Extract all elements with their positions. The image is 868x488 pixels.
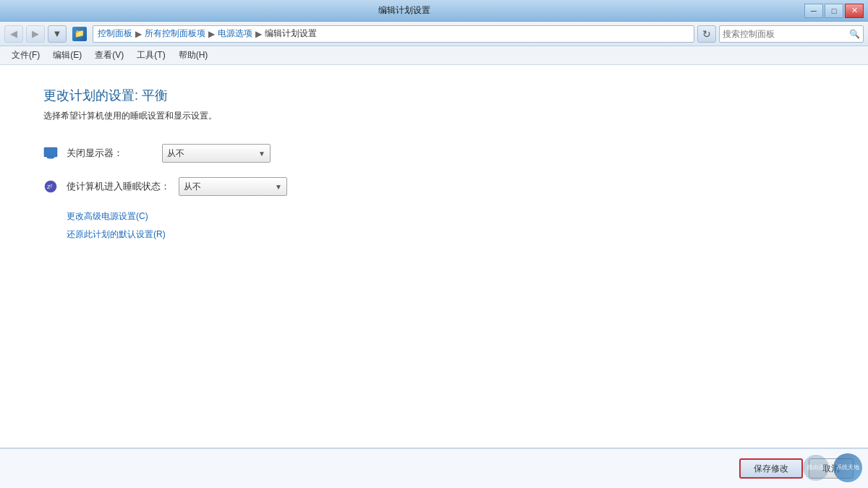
sleep-label: 使计算机进入睡眠状态：: [67, 180, 170, 193]
links-section: 更改高级电源设置(C) 还原此计划的默认设置(R): [43, 210, 825, 241]
page-subtitle: 选择希望计算机使用的睡眠设置和显示设置。: [43, 110, 825, 122]
minimize-button[interactable]: ─: [804, 4, 823, 18]
breadcrumb-all-items[interactable]: 所有控制面板项: [145, 27, 205, 40]
watermark-circle-text: 路由器: [807, 465, 825, 471]
breadcrumb-sep-3: ▶: [255, 29, 262, 39]
restore-defaults-link[interactable]: 还原此计划的默认设置(R): [67, 228, 825, 241]
display-dropdown[interactable]: 从不 ▼: [162, 144, 271, 163]
breadcrumb-bar: 控制面板 ▶ 所有控制面板项 ▶ 电源选项 ▶ 编辑计划设置: [93, 25, 694, 43]
main-content: 更改计划的设置: 平衡 选择希望计算机使用的睡眠设置和显示设置。 关闭显示器： …: [0, 65, 868, 488]
title-bar: 编辑计划设置 ─ □ ✕: [0, 0, 868, 22]
watermark-globe: 系统天地: [833, 453, 862, 482]
menu-bar: 文件(F) 编辑(E) 查看(V) 工具(T) 帮助(H): [0, 46, 868, 65]
close-button[interactable]: ✕: [845, 4, 864, 18]
menu-file[interactable]: 文件(F): [6, 48, 46, 63]
breadcrumb-current: 编辑计划设置: [265, 27, 317, 40]
monitor-icon: [43, 146, 58, 160]
breadcrumb-sep-1: ▶: [135, 29, 142, 39]
save-button[interactable]: 保存修改: [739, 458, 803, 479]
display-dropdown-arrow: ▼: [258, 150, 265, 158]
sleep-setting-row: z z 使计算机进入睡眠状态： 从不 ▼: [43, 177, 825, 196]
sleep-dropdown[interactable]: 从不 ▼: [179, 177, 287, 196]
watermark-globe-text: 系统天地: [836, 465, 859, 471]
display-label: 关闭显示器：: [67, 147, 153, 160]
menu-view[interactable]: 查看(V): [89, 48, 129, 63]
breadcrumb-power[interactable]: 电源选项: [218, 27, 252, 40]
menu-edit[interactable]: 编辑(E): [47, 48, 88, 63]
forward-button[interactable]: ▶: [26, 25, 45, 43]
breadcrumb-sep-2: ▶: [208, 29, 215, 39]
watermark: 路由器 系统天地: [803, 453, 862, 482]
svg-text:z: z: [50, 183, 53, 188]
search-bar: 🔍: [719, 25, 864, 43]
display-setting-row: 关闭显示器： 从不 ▼: [43, 144, 825, 163]
content-panel: 更改计划的设置: 平衡 选择希望计算机使用的睡眠设置和显示设置。 关闭显示器： …: [0, 65, 868, 448]
menu-help[interactable]: 帮助(H): [173, 48, 214, 63]
address-bar: ◀ ▶ ▼ 📁 控制面板 ▶ 所有控制面板项 ▶ 电源选项 ▶ 编辑计划设置 ↻…: [0, 22, 868, 46]
svg-rect-0: [44, 147, 57, 157]
maximize-button[interactable]: □: [825, 4, 843, 18]
menu-tools[interactable]: 工具(T): [131, 48, 171, 63]
title-controls: ─ □ ✕: [804, 4, 864, 18]
display-icon-container: [43, 146, 58, 160]
refresh-button[interactable]: ↻: [697, 25, 716, 43]
action-bar: 保存修改 取消: [0, 448, 868, 488]
page-title: 更改计划的设置: 平衡: [43, 87, 825, 104]
search-input[interactable]: [723, 29, 846, 39]
display-value: 从不: [167, 147, 184, 160]
dropdown-button[interactable]: ▼: [48, 25, 67, 43]
sleep-icon-container: z z: [43, 179, 58, 194]
breadcrumb-control-panel[interactable]: 控制面板: [98, 27, 132, 40]
title-bar-text: 编辑计划设置: [4, 4, 804, 17]
watermark-circle: 路由器: [803, 455, 829, 481]
sleep-value: 从不: [184, 181, 201, 193]
sleep-dropdown-arrow: ▼: [275, 183, 282, 191]
advanced-settings-link[interactable]: 更改高级电源设置(C): [67, 210, 825, 223]
svg-rect-2: [48, 158, 53, 159]
search-icon: 🔍: [849, 29, 860, 39]
back-button[interactable]: ◀: [4, 25, 23, 43]
sleep-icon: z z: [43, 179, 58, 194]
folder-icon: 📁: [72, 27, 87, 41]
